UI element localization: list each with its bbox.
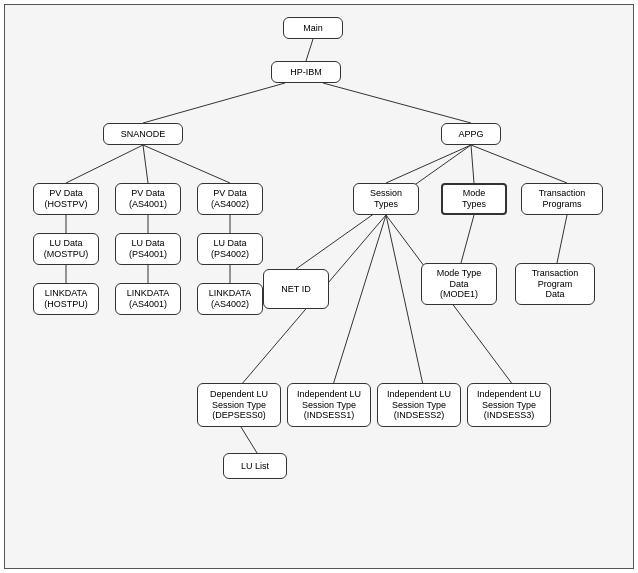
node-lu-as4002: LU Data(PS4002) <box>197 233 263 265</box>
svg-line-2 <box>323 83 471 123</box>
node-pv-as4001: PV Data(AS4001) <box>115 183 181 215</box>
svg-line-5 <box>143 145 230 183</box>
node-lu-hostpu: LU Data(MOSTPU) <box>33 233 99 265</box>
node-appg: APPG <box>441 123 501 145</box>
node-session-types: SessionTypes <box>353 183 419 215</box>
svg-line-1 <box>143 83 285 123</box>
node-dep-lu: Dependent LUSession Type(DEPSESS0) <box>197 383 281 427</box>
diagram-container: Main HP-IBM SNANODE APPG PV Data(HOSTPV)… <box>4 4 634 569</box>
node-transaction-programs: TransactionPrograms <box>521 183 603 215</box>
node-ind-lu2: Independent LUSession Type(INDSESS2) <box>377 383 461 427</box>
svg-line-3 <box>66 145 143 183</box>
node-link-hostpu: LINKDATA(HOSTPU) <box>33 283 99 315</box>
svg-line-0 <box>306 39 313 61</box>
svg-line-22 <box>241 427 257 453</box>
node-main: Main <box>283 17 343 39</box>
node-lu-as4001: LU Data(PS4001) <box>115 233 181 265</box>
svg-line-15 <box>471 145 567 183</box>
node-mode-types: ModeTypes <box>441 183 507 215</box>
node-lu-list: LU List <box>223 453 287 479</box>
svg-line-19 <box>333 215 386 385</box>
node-ind-lu3: Independent LUSession Type(INDSESS3) <box>467 383 551 427</box>
node-pv-as4002: PV Data(AS4002) <box>197 183 263 215</box>
node-net-id: NET ID <box>263 269 329 309</box>
node-link-as4001: LINKDATA(AS4001) <box>115 283 181 315</box>
svg-line-20 <box>386 215 423 385</box>
node-link-as4002: LINKDATA(AS4002) <box>197 283 263 315</box>
node-hp-ibm: HP-IBM <box>271 61 341 83</box>
node-snanode: SNANODE <box>103 123 183 145</box>
svg-line-14 <box>471 145 474 183</box>
svg-line-4 <box>143 145 148 183</box>
node-ind-lu1: Independent LUSession Type(INDSESS1) <box>287 383 371 427</box>
node-pv-hostpv: PV Data(HOSTPV) <box>33 183 99 215</box>
node-transaction-program-data: TransactionProgramData <box>515 263 595 305</box>
svg-line-13 <box>386 145 471 183</box>
svg-line-17 <box>557 215 567 263</box>
svg-line-16 <box>461 215 474 263</box>
node-mode-type-data: Mode TypeData(MODE1) <box>421 263 497 305</box>
